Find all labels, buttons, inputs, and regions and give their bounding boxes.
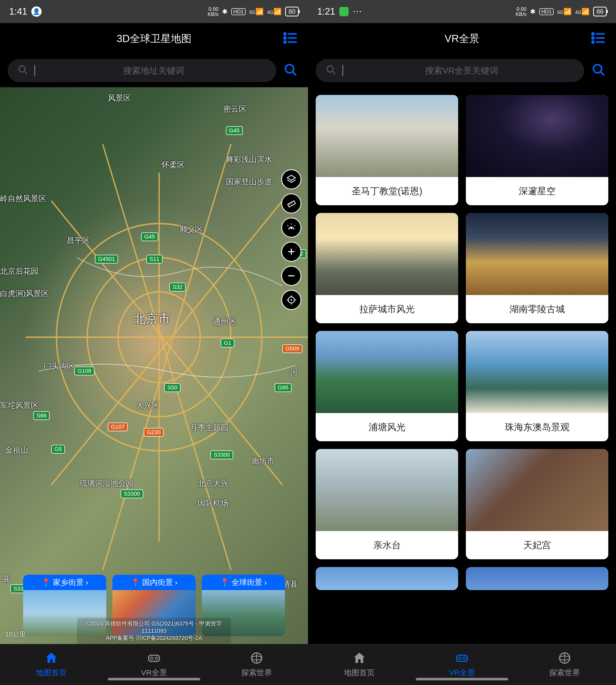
person-pin-icon: 📍 <box>220 578 229 587</box>
map-label: 河 <box>290 367 298 377</box>
battery-icon: 86 <box>593 7 607 17</box>
search-button[interactable] <box>281 61 300 81</box>
nav-explore[interactable]: 探索世界 <box>513 644 616 685</box>
map-label: 怀柔区 <box>162 160 185 170</box>
globe-icon <box>558 651 572 665</box>
satellite-map[interactable]: 北京市 风景区密云区怀柔区舞彩浅山滨水国家登山步道岭自然风景区昌平区顺义区北京后… <box>0 87 308 644</box>
svg-point-10 <box>26 201 282 485</box>
status-time: 1:21 <box>317 6 335 17</box>
vr-card[interactable]: 浦塘风光 <box>316 331 458 441</box>
vr-card[interactable]: 天妃宫 <box>466 449 608 559</box>
globe-icon <box>250 651 264 665</box>
search-box[interactable] <box>8 59 276 82</box>
locate-button[interactable] <box>281 290 301 310</box>
search-row <box>308 54 616 87</box>
svg-point-30 <box>155 657 158 660</box>
app-header: 3D全球卫星地图 <box>0 23 308 54</box>
vr-card[interactable]: 拉萨城市风光 <box>316 213 458 323</box>
map-label: 琉璃河湿地公园 <box>80 478 133 489</box>
road-marker: G95 <box>274 383 291 392</box>
map-city-label: 北京市 <box>133 311 171 327</box>
search-box[interactable] <box>316 59 584 82</box>
search-button[interactable] <box>589 61 608 81</box>
nav-map-home[interactable]: 地图首页 <box>0 644 103 685</box>
svg-line-43 <box>600 72 604 75</box>
home-icon <box>44 651 58 665</box>
map-label: 风景区 <box>108 93 131 104</box>
svg-point-8 <box>285 65 294 73</box>
vr-card[interactable]: 深邃星空 <box>466 95 608 205</box>
svg-point-42 <box>593 65 602 73</box>
hd-icon: HD1 <box>231 8 246 15</box>
vr-card[interactable] <box>466 567 608 590</box>
hd-icon: HD1 <box>539 8 554 15</box>
menu-button[interactable] <box>283 32 298 45</box>
svg-point-38 <box>592 41 594 43</box>
profile-badge-icon: 👤 <box>31 6 42 17</box>
vr-grid[interactable]: 圣马丁教堂(诺恩) 深邃星空 拉萨城市风光 湖南零陵古城 浦塘风光 珠海东澳岛景… <box>308 87 616 644</box>
signal-icon: 5G📶 <box>249 8 264 16</box>
map-label: 门头沟区 <box>44 361 74 371</box>
svg-point-34 <box>592 33 594 35</box>
map-tools <box>281 169 301 310</box>
road-marker: S50 <box>164 383 180 392</box>
svg-line-41 <box>333 72 335 74</box>
measure-button[interactable] <box>281 193 301 213</box>
signal-icon: 4G📶 <box>575 8 590 16</box>
road-marker: G107 <box>108 423 128 431</box>
vr-card[interactable]: 亲水台 <box>316 449 458 559</box>
vr-card[interactable]: 湖南零陵古城 <box>466 213 608 323</box>
home-indicator[interactable] <box>108 678 200 680</box>
zoom-out-button[interactable] <box>281 266 301 286</box>
vr-icon <box>455 651 469 665</box>
svg-point-46 <box>463 657 466 660</box>
search-row <box>0 54 308 87</box>
map-scale: 10公里 <box>5 630 26 639</box>
svg-point-29 <box>150 657 153 660</box>
nav-explore[interactable]: 探索世界 <box>205 644 308 685</box>
svg-line-17 <box>291 202 292 203</box>
road-marker: S32 <box>169 283 185 292</box>
status-time: 1:41 <box>9 6 27 17</box>
vr-card[interactable]: 圣马丁教堂(诺恩) <box>316 95 458 205</box>
text-cursor <box>343 65 343 76</box>
svg-point-36 <box>592 37 594 39</box>
status-right: 0.00KB/s ✱ HD1 5G📶 4G📶 86 <box>515 6 607 17</box>
alert-button[interactable] <box>281 218 301 237</box>
map-label: 廊坊市 <box>251 456 274 466</box>
svg-point-18 <box>290 227 292 229</box>
svg-point-2 <box>284 37 286 39</box>
svg-line-16 <box>290 203 291 204</box>
map-label: 通州区 <box>213 316 236 327</box>
menu-button[interactable] <box>591 32 606 45</box>
battery-icon: 80 <box>285 7 299 17</box>
map-label: 顺义区 <box>180 224 203 235</box>
person-pin-icon: 📍 <box>41 578 51 587</box>
svg-line-15 <box>289 204 290 205</box>
map-label: 金祖山 <box>5 445 28 455</box>
road-marker: G5 <box>51 445 65 454</box>
svg-point-23 <box>290 299 292 301</box>
road-marker: G108 <box>74 367 94 375</box>
chevron-right-icon: › <box>175 578 178 587</box>
search-input[interactable] <box>41 66 266 76</box>
road-marker: G1 <box>221 339 234 347</box>
more-icon: ⋯ <box>353 6 362 17</box>
svg-point-6 <box>19 66 25 72</box>
vr-card[interactable] <box>316 567 458 590</box>
search-icon <box>326 65 336 76</box>
map-label: 月季主题园 <box>190 423 228 433</box>
vr-card[interactable]: 珠海东澳岛景观 <box>466 331 608 441</box>
road-marker: G45 <box>141 232 158 241</box>
nav-map-home[interactable]: 地图首页 <box>308 644 411 685</box>
svg-line-7 <box>25 72 27 74</box>
zoom-in-button[interactable] <box>281 242 301 262</box>
search-input[interactable] <box>349 66 574 76</box>
home-indicator[interactable] <box>416 678 508 680</box>
chevron-right-icon: › <box>264 578 267 587</box>
app-badge-icon <box>339 7 349 16</box>
map-label: 国家登山步道 <box>226 177 272 187</box>
road-marker: G45 <box>226 126 243 135</box>
layers-button[interactable] <box>281 169 301 189</box>
road-marker: G509 <box>282 344 302 353</box>
